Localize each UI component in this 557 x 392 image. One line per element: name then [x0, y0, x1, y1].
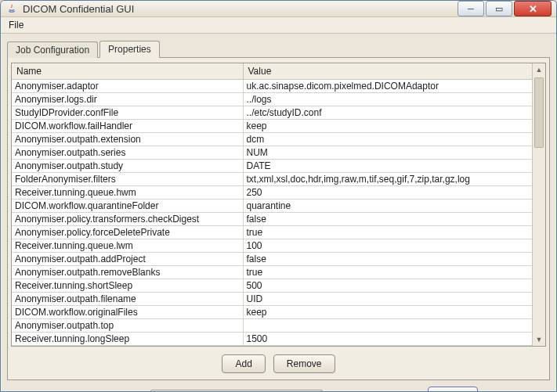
cell-value[interactable]: true	[243, 266, 532, 279]
cell-name[interactable]: DICOM.workflow.failHandler	[12, 120, 243, 133]
run-button[interactable]: RUN	[428, 387, 478, 392]
table-buttons: Add Remove	[8, 350, 549, 379]
cell-value[interactable]: uk.ac.sinapse.dicom.pixelmed.DICOMAdapto…	[243, 80, 532, 93]
table-row[interactable]: Anonymiser.outpath.removeBlankstrue	[12, 266, 532, 279]
table-row[interactable]: Anonymiser.adaptoruk.ac.sinapse.dicom.pi…	[12, 80, 532, 93]
cell-name[interactable]: Anonymiser.outpath.extension	[12, 133, 243, 146]
cell-value[interactable]: true	[243, 226, 532, 239]
table-row[interactable]: Anonymiser.outpath.addProjectfalse	[12, 253, 532, 266]
cell-name[interactable]: Anonymiser.adaptor	[12, 80, 243, 93]
cell-value[interactable]: 1500	[243, 333, 532, 346]
cell-value[interactable]	[243, 319, 532, 333]
table-row[interactable]: Anonymiser.logs.dir../logs	[12, 93, 532, 106]
titlebar: DICOM Confidential GUI ─ ▭ ✕	[1, 1, 556, 17]
cell-value[interactable]: ../logs	[243, 93, 532, 106]
cell-value[interactable]: dcm	[243, 133, 532, 146]
cell-value[interactable]: DATE	[243, 160, 532, 173]
scroll-up-arrow-icon[interactable]: ▲	[533, 63, 545, 76]
cell-name[interactable]: Receiver.tunning.queue.hwm	[12, 186, 243, 200]
cell-name[interactable]: DICOM.workflow.originalFiles	[12, 306, 243, 319]
table-row[interactable]: StudyIDProvider.confFile../etc/studyID.c…	[12, 106, 532, 120]
footer: DICOM Feeder completed/scheduled RUN	[7, 380, 550, 392]
cell-value[interactable]: keep	[243, 306, 532, 319]
menubar: File	[1, 17, 556, 34]
table-row[interactable]: DICOM.workflow.quarantineFolderquarantin…	[12, 200, 532, 213]
col-header-name[interactable]: Name	[12, 63, 243, 80]
table-row[interactable]: Receiver.tunning.queue.hwm250	[12, 186, 532, 200]
window-title: DICOM Confidential GUI	[23, 3, 458, 15]
cell-name[interactable]: Anonymiser.outpath.top	[12, 319, 243, 333]
cell-name[interactable]: Anonymiser.outpath.series	[12, 146, 243, 160]
tab-properties[interactable]: Properties	[99, 41, 160, 58]
cell-name[interactable]: FolderAnonymiser.filters	[12, 173, 243, 186]
app-window: DICOM Confidential GUI ─ ▭ ✕ File Job Co…	[0, 0, 557, 392]
menu-file[interactable]: File	[2, 17, 30, 33]
cell-value[interactable]: 100	[243, 239, 532, 253]
window-controls: ─ ▭ ✕	[458, 1, 552, 16]
maximize-button[interactable]: ▭	[486, 1, 512, 16]
tab-panel-properties: Name Value Anonymiser.adaptoruk.ac.sinap…	[7, 57, 550, 380]
cell-name[interactable]: Anonymiser.outpath.filename	[12, 293, 243, 306]
cell-name[interactable]: Anonymiser.policy.forceDeletePrivate	[12, 226, 243, 239]
properties-table-scroll: Name Value Anonymiser.adaptoruk.ac.sinap…	[12, 63, 532, 346]
cell-name[interactable]: Anonymiser.logs.dir	[12, 93, 243, 106]
table-row[interactable]: Receiver.tunning.longSleep1500	[12, 333, 532, 346]
cell-name[interactable]: Anonymiser.outpath.addProject	[12, 253, 243, 266]
vertical-scrollbar[interactable]: ▲ ▼	[532, 63, 545, 346]
cell-name[interactable]: Anonymiser.outpath.study	[12, 160, 243, 173]
cell-name[interactable]: Anonymiser.outpath.removeBlanks	[12, 266, 243, 279]
close-button[interactable]: ✕	[514, 1, 552, 16]
cell-value[interactable]: false	[243, 213, 532, 226]
table-row[interactable]: DICOM.workflow.originalFileskeep	[12, 306, 532, 319]
cell-value[interactable]: quarantine	[243, 200, 532, 213]
cell-value[interactable]: txt,xml,xsl,doc,hdr,img,raw,m,tif,seq,gi…	[243, 173, 532, 186]
cell-value[interactable]: ../etc/studyID.conf	[243, 106, 532, 120]
cell-name[interactable]: Anonymiser.policy.transformers.checkDige…	[12, 213, 243, 226]
table-row[interactable]: Anonymiser.outpath.seriesNUM	[12, 146, 532, 160]
cell-name[interactable]: Receiver.tunning.longSleep	[12, 333, 243, 346]
content-area: Job Configuration Properties Name Value …	[1, 34, 556, 392]
cell-value[interactable]: UID	[243, 293, 532, 306]
minimize-button[interactable]: ─	[458, 1, 484, 16]
cell-value[interactable]: NUM	[243, 146, 532, 160]
add-button[interactable]: Add	[222, 354, 265, 373]
tab-job-configuration[interactable]: Job Configuration	[7, 41, 98, 58]
table-row[interactable]: Anonymiser.outpath.extensiondcm	[12, 133, 532, 146]
table-row[interactable]: Anonymiser.policy.forceDeletePrivatetrue	[12, 226, 532, 239]
scroll-down-arrow-icon[interactable]: ▼	[533, 333, 545, 346]
footer-wrap: DICOM Feeder completed/scheduled RUN	[7, 380, 550, 392]
table-row[interactable]: Anonymiser.outpath.studyDATE	[12, 160, 532, 173]
cell-name[interactable]: DICOM.workflow.quarantineFolder	[12, 200, 243, 213]
remove-button[interactable]: Remove	[273, 354, 335, 373]
col-header-value[interactable]: Value	[243, 63, 532, 80]
scrollbar-thumb[interactable]	[534, 77, 544, 148]
table-row[interactable]: Anonymiser.policy.transformers.checkDige…	[12, 213, 532, 226]
table-row[interactable]: FolderAnonymiser.filterstxt,xml,xsl,doc,…	[12, 173, 532, 186]
table-row[interactable]: Anonymiser.outpath.filenameUID	[12, 293, 532, 306]
cell-name[interactable]: Receiver.tunning.shortSleep	[12, 279, 243, 293]
properties-table: Name Value Anonymiser.adaptoruk.ac.sinap…	[12, 63, 532, 346]
cell-value[interactable]: 500	[243, 279, 532, 293]
java-icon	[5, 2, 18, 15]
cell-name[interactable]: StudyIDProvider.confFile	[12, 106, 243, 120]
table-row[interactable]: DICOM.workflow.failHandlerkeep	[12, 120, 532, 133]
properties-table-wrap: Name Value Anonymiser.adaptoruk.ac.sinap…	[11, 63, 546, 347]
cell-value[interactable]: 250	[243, 186, 532, 200]
table-row[interactable]: Receiver.tunning.queue.lwm100	[12, 239, 532, 253]
table-row[interactable]: Anonymiser.outpath.top	[12, 319, 532, 333]
cell-name[interactable]: Receiver.tunning.queue.lwm	[12, 239, 243, 253]
cell-value[interactable]: keep	[243, 120, 532, 133]
tab-strip: Job Configuration Properties	[7, 38, 550, 57]
table-row[interactable]: Receiver.tunning.shortSleep500	[12, 279, 532, 293]
cell-value[interactable]: false	[243, 253, 532, 266]
